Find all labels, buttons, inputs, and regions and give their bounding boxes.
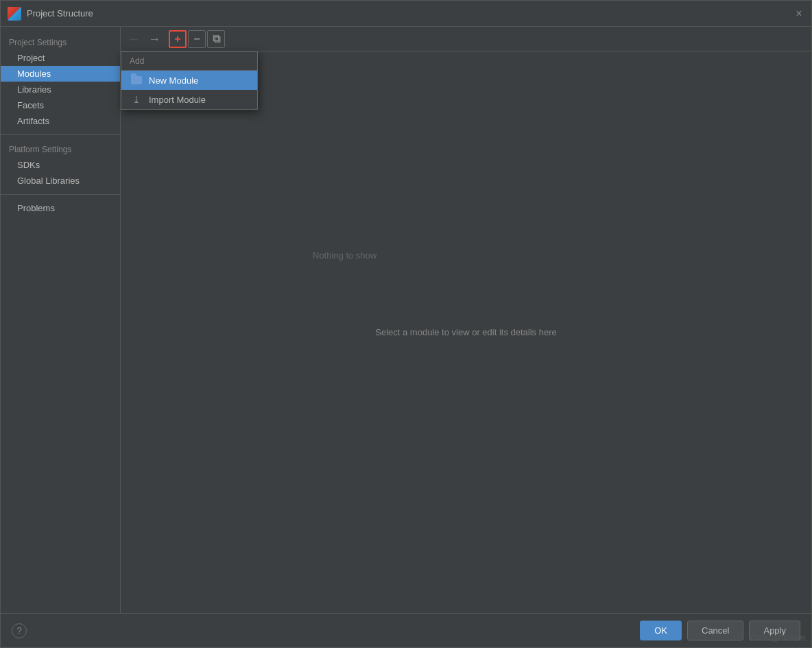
toolbar: ← → + − ⧉ Add New Module xyxy=(121,27,811,51)
content-area: Project Settings Project Modules Librari… xyxy=(1,27,811,613)
select-module-text: Select a module to view or edit its deta… xyxy=(375,327,556,337)
project-settings-label: Project Settings xyxy=(1,34,120,50)
footer: ? OK Cancel Apply xyxy=(1,613,811,647)
add-button[interactable]: + xyxy=(169,30,187,48)
window-title: Project Structure xyxy=(27,8,793,19)
platform-settings-label: Platform Settings xyxy=(1,141,120,157)
footer-left: ? xyxy=(12,623,27,638)
new-module-label: New Module xyxy=(149,75,198,86)
ok-button[interactable]: OK xyxy=(640,621,682,640)
import-icon: ⤓ xyxy=(130,94,143,105)
nothing-to-show-text: Nothing to show xyxy=(313,250,377,261)
sidebar-item-problems[interactable]: Problems xyxy=(1,200,120,216)
title-bar: Project Structure × xyxy=(1,1,811,27)
folder-icon xyxy=(130,75,143,86)
forward-button[interactable]: → xyxy=(145,32,163,47)
back-button[interactable]: ← xyxy=(125,32,143,47)
dropdown-header: Add xyxy=(121,52,257,71)
project-structure-dialog: Project Structure × Project Settings Pro… xyxy=(0,0,812,648)
sidebar-item-facets[interactable]: Facets xyxy=(1,97,120,113)
main-area: ← → + − ⧉ Add New Module xyxy=(121,27,811,613)
import-module-item[interactable]: ⤓ Import Module xyxy=(121,90,257,109)
sidebar-item-project[interactable]: Project xyxy=(1,50,120,66)
copy-button[interactable]: ⧉ xyxy=(207,30,225,48)
sidebar-divider xyxy=(1,134,120,135)
sidebar-divider-2 xyxy=(1,194,120,195)
sidebar-item-sdks[interactable]: SDKs xyxy=(1,157,120,173)
main-content: Nothing to show Select a module to view … xyxy=(121,51,811,613)
help-button[interactable]: ? xyxy=(12,623,27,638)
import-module-label: Import Module xyxy=(149,95,206,105)
sidebar-item-artifacts[interactable]: Artifacts xyxy=(1,113,120,129)
nav-buttons: ← → xyxy=(125,32,163,47)
sidebar-item-global-libraries[interactable]: Global Libraries xyxy=(1,173,120,189)
app-icon xyxy=(8,7,21,21)
sidebar: Project Settings Project Modules Librari… xyxy=(1,27,121,613)
remove-button[interactable]: − xyxy=(188,30,206,48)
sidebar-item-modules[interactable]: Modules xyxy=(1,66,120,82)
add-dropdown-menu: Add New Module ⤓ Import Module xyxy=(121,51,258,110)
watermark: CSDN @ElitWhite xyxy=(750,634,806,642)
sidebar-item-libraries[interactable]: Libraries xyxy=(1,82,120,97)
new-module-item[interactable]: New Module xyxy=(121,71,257,90)
close-button[interactable]: × xyxy=(793,8,804,19)
cancel-button[interactable]: Cancel xyxy=(687,621,743,640)
